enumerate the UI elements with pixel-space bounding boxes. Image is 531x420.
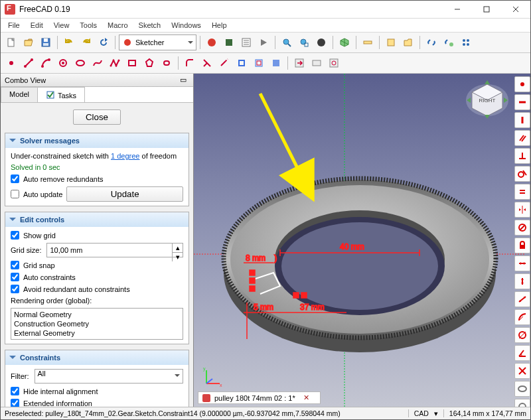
angle-icon[interactable] [514,345,530,361]
measure-icon[interactable] [360,35,376,50]
macro-stop-icon[interactable] [221,35,237,50]
solver-header[interactable]: Solver messages [5,133,189,148]
auto-constraints-check[interactable]: Auto constraints [11,273,183,281]
maximize-button[interactable] [472,1,501,18]
menu-view[interactable]: View [49,20,74,31]
constraints-header[interactable]: Constraints [5,350,189,365]
snell-icon[interactable] [514,363,530,379]
sketch-point-icon[interactable] [3,55,19,71]
sketch-line-icon[interactable] [21,55,37,71]
part-icon[interactable] [383,35,399,50]
vertical-constraint-icon[interactable] [514,112,530,128]
sketch-rect-icon[interactable] [124,55,140,71]
sketch-polygon-icon[interactable] [141,55,157,71]
svg-rect-88 [293,293,299,298]
zoom-fit-icon[interactable] [279,35,295,50]
close-doc-icon[interactable]: ✕ [303,393,309,402]
sketch-extend-icon[interactable] [216,55,232,71]
save-file-icon[interactable] [38,35,54,50]
sketch-ellipse-icon[interactable] [72,55,88,71]
auto-update-check[interactable]: Auto update [11,190,62,198]
list-item[interactable]: Normal Geometry [14,310,180,319]
extended-info-check[interactable]: Extended information [11,399,183,407]
sketch-bspline-icon[interactable] [90,55,106,71]
leave-sketch-icon[interactable] [291,55,307,71]
menu-sketch[interactable]: Sketch [134,20,166,31]
sketch-trim-icon[interactable] [199,55,215,71]
edit-controls-header[interactable]: Edit controls [5,212,189,227]
filter-select[interactable]: All [35,369,184,384]
menu-help[interactable]: Help [207,20,232,31]
show-grid-check[interactable]: Show grid [11,231,183,240]
hide-internal-check[interactable]: Hide internal alignment [11,387,183,395]
map-sketch-icon[interactable] [326,55,342,71]
svg-rect-48 [164,61,169,65]
radius-icon[interactable] [514,309,530,325]
minimize-button[interactable] [443,1,472,18]
zoom-select-icon[interactable] [296,35,312,50]
new-file-icon[interactable] [3,35,19,50]
draw-style-icon[interactable] [313,35,329,50]
sketch-circle-icon[interactable] [55,55,71,71]
menu-file[interactable]: File [3,20,25,31]
macro-record-icon[interactable] [204,35,220,50]
toggle-ref-icon[interactable] [514,399,530,407]
internal-align-icon[interactable] [514,381,530,397]
horiz-dist-icon[interactable] [514,255,530,271]
grid-size-input[interactable]: ▴▾ [46,243,183,257]
symmetric-constraint-icon[interactable] [514,202,530,218]
menu-tools[interactable]: Tools [75,20,102,31]
horizontal-constraint-icon[interactable] [514,94,530,110]
dock-float-icon[interactable]: ▭ [177,76,189,84]
refresh-icon[interactable] [96,35,112,50]
undo-icon[interactable] [61,35,77,50]
tab-tasks[interactable]: Tasks [37,87,85,102]
menu-edit[interactable]: Edit [26,20,48,31]
close-window-button[interactable] [501,1,530,18]
menu-windows[interactable]: Windows [167,20,206,31]
close-task-button[interactable]: Close [73,109,121,125]
auto-remove-redundants-check[interactable]: Auto remove redundants [11,175,183,183]
sketch-slot-icon[interactable] [159,55,175,71]
link-icon[interactable] [423,35,439,50]
perpendicular-constraint-icon[interactable] [514,148,530,164]
dof-link[interactable]: 1 degree [111,152,139,160]
list-item[interactable]: External Geometry [14,328,180,338]
redo-icon[interactable] [78,35,94,50]
render-order-list[interactable]: Normal Geometry Construction Geometry Ex… [11,308,183,340]
macro-play-icon[interactable] [256,35,271,50]
avoid-redundant-check[interactable]: Avoid redundant auto constraints [11,285,183,293]
nav-style[interactable]: CAD [414,409,429,417]
sketch-carbon-icon[interactable] [251,55,267,71]
coincident-constraint-icon[interactable] [514,76,530,92]
block-constraint-icon[interactable] [514,220,530,236]
menu-macro[interactable]: Macro [103,20,133,31]
workbench-selector[interactable]: Sketcher [119,35,196,50]
3d-viewport[interactable]: 40 mm 8 mm ) 5 mm 37 mm [194,74,530,407]
view-sketch-icon[interactable] [309,55,325,71]
sketch-fillet-icon[interactable] [182,55,198,71]
tab-model[interactable]: Model [1,87,38,102]
lock-constraint-icon[interactable] [514,238,530,253]
equal-constraint-icon[interactable] [514,184,530,200]
open-file-icon[interactable] [21,35,37,50]
tangent-constraint-icon[interactable] [514,166,530,182]
navigation-cube[interactable]: RIGHT [464,79,510,119]
sketch-arc-icon[interactable] [38,55,54,71]
list-item[interactable]: Construction Geometry [14,319,180,328]
vert-dist-icon[interactable] [514,273,530,289]
update-button[interactable]: Update [66,186,183,202]
sketch-polyline-icon[interactable] [107,55,123,71]
link-import-icon[interactable] [458,35,474,50]
view-iso-icon[interactable] [337,35,352,50]
diameter-icon[interactable] [514,327,530,343]
length-icon[interactable] [514,291,530,307]
group-icon[interactable] [400,35,416,50]
sketch-external-icon[interactable] [234,55,250,71]
sketch-construction-icon[interactable] [268,55,284,71]
document-tab[interactable]: pulley 180t 74mm 02 : 1* ✕ [198,391,321,404]
parallel-constraint-icon[interactable] [514,130,530,146]
grid-snap-check[interactable]: Grid snap [11,261,183,269]
macro-list-icon[interactable] [238,35,254,50]
link-replace-icon[interactable] [441,35,457,50]
